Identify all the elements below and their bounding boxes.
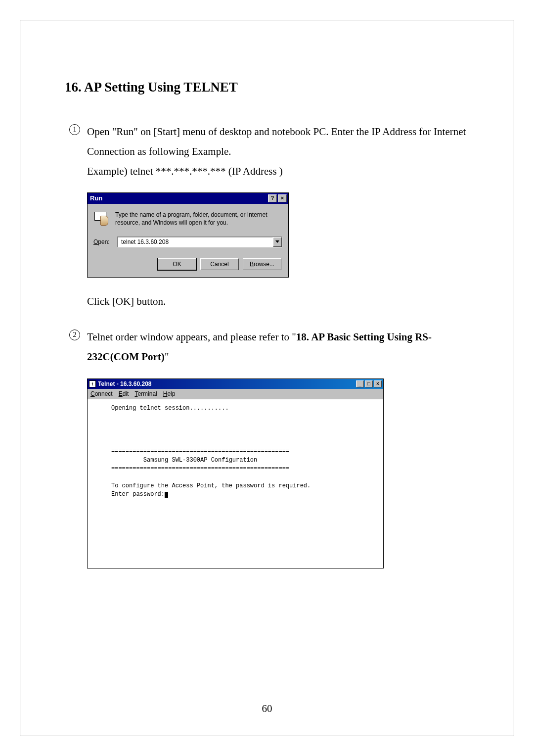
menu-terminal[interactable]: Terminal — [134, 390, 157, 397]
ok-button[interactable]: OK — [158, 258, 196, 270]
step-2-prefix: Telnet order window appears, and please … — [87, 331, 296, 343]
chevron-down-icon — [275, 240, 279, 243]
minimize-button[interactable]: _ — [356, 380, 364, 387]
cancel-button[interactable]: Cancel — [200, 258, 239, 270]
section-heading: 16. AP Setting Using TELNET — [65, 80, 469, 95]
dropdown-button[interactable] — [273, 237, 282, 247]
run-description: Type the name of a program, folder, docu… — [115, 211, 282, 228]
run-titlebar: Run ? × — [88, 193, 288, 204]
telnet-title: Telnet - 16.3.60.208 — [98, 380, 355, 387]
close-icon[interactable]: × — [278, 194, 287, 202]
open-label: Open: — [93, 238, 112, 245]
page-number: 60 — [20, 703, 514, 715]
browse-button[interactable]: Browse... — [243, 258, 281, 270]
step-2-suffix: " — [165, 351, 169, 363]
maximize-button[interactable]: □ — [365, 380, 373, 387]
telnet-titlebar: t Telnet - 16.3.60.208 _ □ × — [88, 379, 383, 389]
menu-edit[interactable]: Edit — [119, 390, 129, 397]
step-1-text-a: Open "Run" on [Start] menu of desktop an… — [87, 126, 466, 157]
open-combobox[interactable]: telnet 16.3.60.208 — [117, 236, 282, 247]
run-title: Run — [89, 194, 267, 202]
step-1-marker: 1 — [69, 124, 80, 135]
menu-connect[interactable]: Connect — [90, 390, 113, 397]
step-2-marker: 2 — [69, 330, 80, 340]
run-icon — [93, 211, 110, 228]
help-button[interactable]: ? — [268, 194, 277, 202]
telnet-terminal[interactable]: Opening telnet session........... ======… — [88, 399, 383, 568]
telnet-menubar: Connect Edit Terminal Help — [88, 389, 383, 399]
telnet-window: t Telnet - 16.3.60.208 _ □ × Connect Edi… — [87, 378, 384, 568]
step-1: 1 Open "Run" on [Start] menu of desktop … — [87, 122, 469, 182]
telnet-app-icon: t — [89, 380, 96, 387]
open-input[interactable]: telnet 16.3.60.208 — [118, 237, 273, 247]
telnet-close-icon[interactable]: × — [374, 380, 382, 387]
menu-help[interactable]: Help — [163, 390, 176, 397]
step-1-text-b: Example) telnet ***.***.***.*** (IP Addr… — [87, 165, 283, 177]
step-2: 2 Telnet order window appears, and pleas… — [87, 328, 469, 367]
run-dialog: Run ? × Type the name of a program, fold… — [87, 192, 289, 278]
click-ok-text: Click [OK] button. — [87, 295, 469, 308]
cursor-icon — [165, 492, 168, 498]
